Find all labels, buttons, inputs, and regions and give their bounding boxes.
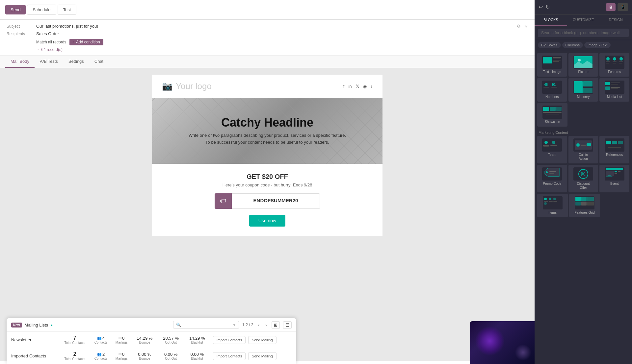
svg-rect-20: [574, 81, 583, 93]
instagram-icon[interactable]: ◉: [363, 84, 367, 89]
newsletter-total: 7 Total Contacts: [59, 332, 90, 348]
block-features-grid[interactable]: Features Grid: [569, 194, 600, 217]
schedule-button[interactable]: Schedule: [27, 5, 56, 15]
svg-rect-4: [553, 61, 559, 62]
category-big-boxes[interactable]: Big Boxes: [538, 42, 561, 48]
page-next-button[interactable]: ›: [264, 322, 268, 328]
twitter-icon[interactable]: 𝕏: [356, 84, 359, 89]
grid-view-button[interactable]: ⊞: [272, 321, 280, 329]
tab-chat[interactable]: Chat: [89, 56, 109, 68]
svg-rect-23: [605, 82, 610, 85]
redo-icon[interactable]: ↻: [545, 4, 550, 10]
mobile-view-button[interactable]: 📱: [618, 3, 628, 11]
imported-optout: 0.00 % Opt-Out: [158, 348, 184, 364]
mailing-name-imported: Imported Contacts: [7, 348, 59, 364]
block-call-to-action[interactable]: Call toAction: [568, 136, 598, 163]
marketing-section-title: Marketing Content: [537, 128, 629, 136]
block-picture[interactable]: Picture: [568, 53, 598, 77]
imported-send-button[interactable]: Send Mailing: [248, 352, 276, 360]
add-condition-button[interactable]: + Add condition: [69, 39, 103, 45]
star-icon[interactable]: ☆: [524, 24, 528, 29]
tab-settings[interactable]: Settings: [63, 56, 89, 68]
tab-design[interactable]: DESIGN: [599, 14, 632, 26]
svg-point-60: [549, 198, 551, 200]
block-promo-code[interactable]: Promo Code: [537, 165, 567, 192]
tab-ab-tests[interactable]: A/B Tests: [35, 56, 63, 68]
block-picture-label: Picture: [578, 70, 588, 74]
svg-rect-11: [613, 61, 617, 62]
svg-rect-32: [543, 112, 562, 113]
newsletter-optout: 28.57 % Opt-Out: [158, 332, 184, 348]
mailing-panel-header: New Mailing Lists ● 🔍 ▼ 1-2 / 2 ‹ › ⊞ ☰: [7, 318, 296, 332]
svg-rect-67: [581, 197, 587, 201]
svg-text:91: 91: [552, 83, 556, 86]
block-items-thumb: [543, 196, 563, 209]
svg-rect-63: [544, 201, 548, 202]
svg-rect-22: [583, 88, 592, 93]
svg-rect-68: [587, 197, 594, 201]
tab-customize[interactable]: CUSTOMIZE: [567, 14, 600, 26]
tab-mail-body[interactable]: Mail Body: [5, 56, 35, 68]
block-discount-offer[interactable]: % DiscountOffer: [568, 165, 598, 192]
newsletter-import-button[interactable]: Import Contacts: [213, 336, 246, 344]
social-icons: f in 𝕏 ◉ ♪: [343, 84, 373, 89]
mailing-header-left: New Mailing Lists ●: [11, 323, 53, 328]
block-numbers-label: Numbers: [545, 95, 559, 99]
block-text-image-label: Text - Image: [543, 70, 561, 74]
block-items[interactable]: Items: [537, 194, 568, 217]
undo-icon[interactable]: ↩: [539, 4, 543, 10]
newsletter-send-button[interactable]: Send Mailing: [248, 336, 276, 344]
block-event[interactable]: Event: [599, 165, 629, 192]
block-showcase[interactable]: Showcase: [537, 103, 567, 127]
svg-rect-19: [551, 87, 557, 87]
coupon-section: GET $20 OFF Here's your coupon code - bu…: [152, 164, 382, 236]
records-link[interactable]: → 64 record(s): [36, 47, 63, 52]
imported-import-button[interactable]: Import Contacts: [213, 352, 246, 360]
svg-rect-3: [553, 60, 561, 61]
linkedin-icon[interactable]: in: [348, 84, 352, 89]
block-team[interactable]: Team: [537, 136, 567, 163]
mailing-search-input[interactable]: [184, 321, 230, 328]
block-features[interactable]: Features: [599, 53, 629, 77]
page-prev-button[interactable]: ‹: [257, 322, 261, 328]
coupon-subtitle: Here's your coupon code - but hurry! End…: [165, 182, 369, 187]
mailing-title: Mailing Lists: [25, 323, 48, 328]
block-team-label: Team: [548, 153, 556, 157]
block-promo-code-thumb: [542, 167, 562, 181]
svg-point-59: [544, 198, 547, 200]
newsletter-actions: Import Contacts Send Mailing: [210, 332, 296, 348]
block-references[interactable]: References: [599, 136, 629, 163]
svg-rect-41: [581, 144, 587, 144]
block-masonry[interactable]: Masonry: [568, 78, 598, 102]
use-now-button[interactable]: Use now: [249, 215, 285, 227]
svg-point-37: [552, 141, 555, 144]
block-team-thumb: [542, 138, 562, 152]
dropdown-icon[interactable]: ▼: [230, 322, 239, 328]
svg-rect-1: [553, 57, 561, 58]
tiktok-icon[interactable]: ♪: [371, 84, 373, 89]
block-search-input[interactable]: [538, 29, 629, 37]
category-columns[interactable]: Columns: [562, 42, 583, 48]
block-numbers[interactable]: 45 91 Numbers: [537, 78, 567, 102]
coupon-icon-box: 🏷: [215, 193, 232, 209]
tab-blocks[interactable]: BLOCKS: [535, 14, 567, 26]
svg-point-40: [576, 143, 580, 147]
svg-rect-48: [608, 147, 621, 148]
facebook-icon[interactable]: f: [343, 84, 345, 89]
svg-rect-15: [619, 63, 622, 63]
block-media-list[interactable]: Media List: [599, 78, 629, 102]
svg-rect-65: [553, 201, 557, 202]
list-view-button[interactable]: ☰: [283, 321, 292, 329]
send-button[interactable]: Send: [5, 5, 26, 14]
blocks-row-2: 45 91 Numbers Masonry: [537, 78, 629, 102]
search-icon: 🔍: [173, 321, 184, 328]
category-image-text[interactable]: Image - Text: [584, 42, 611, 48]
svg-rect-54: [606, 168, 623, 170]
block-discount-offer-label: DiscountOffer: [577, 182, 590, 190]
panel-search-area: [535, 26, 632, 40]
block-text-image[interactable]: Text - Image: [537, 53, 567, 77]
marketing-row-3: Items Features Grid: [537, 194, 629, 217]
desktop-view-button[interactable]: 🖥: [606, 3, 616, 11]
gear-icon[interactable]: ⚙: [517, 24, 521, 29]
test-button[interactable]: Test: [58, 5, 77, 15]
